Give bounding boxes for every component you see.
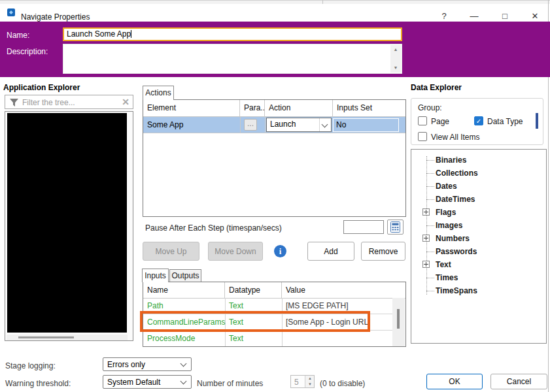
spinner-buttons[interactable]: ▲ ▼ [305, 376, 314, 387]
input-value: [MS EDGE PATH] [286, 301, 349, 310]
tree-item-binaries[interactable]: Binaries [411, 154, 542, 167]
tab-outputs[interactable]: Outputs [169, 269, 201, 282]
element-cell: Some App [147, 120, 183, 129]
col-datatype: Datatype [225, 282, 282, 298]
filter-placeholder: Filter the tree... [22, 98, 75, 107]
checkbox-page-label: Page [431, 117, 449, 126]
actions-table[interactable]: Element Para... Action Inputs Set Some A… [143, 99, 406, 217]
inputs-set-cell: No [333, 118, 399, 132]
params-ellipsis-button[interactable]: ... [244, 119, 257, 131]
filter-clear-icon[interactable]: ✕ [122, 97, 129, 107]
info-icon[interactable]: i [274, 245, 286, 257]
remove-button[interactable]: Remove [361, 242, 405, 261]
tab-actions[interactable]: Actions [143, 86, 174, 100]
application-tree-panel[interactable] [5, 111, 133, 341]
warning-threshold-label: Warning threshold: [5, 379, 71, 388]
data-explorer-title: Data Explorer [411, 83, 462, 92]
inputs-scrollbar-thumb[interactable] [397, 309, 400, 329]
pause-input[interactable] [343, 220, 384, 234]
description-scrollbar[interactable]: ▲ ▼ [390, 45, 401, 73]
cell-divider [240, 117, 241, 133]
chevron-down-icon [180, 361, 187, 367]
col-action: Action [265, 100, 333, 116]
spin-down-icon[interactable]: ▼ [305, 382, 315, 387]
tree-item-dates[interactable]: Dates [411, 180, 542, 193]
navigate-properties-dialog: Navigate Properties ? — □ ✕ Name: Launch… [0, 0, 550, 392]
tree-hscrollbar-thumb[interactable] [18, 336, 74, 338]
expand-plus-icon[interactable] [422, 208, 430, 216]
tree-item-times[interactable]: Times [411, 271, 542, 284]
cancel-button[interactable]: Cancel [490, 374, 547, 389]
minutes-value: 5 [294, 378, 299, 387]
disable-hint: (0 to disable) [320, 379, 365, 388]
checkbox-view-all-label: View All Items [431, 133, 479, 142]
dropdown-chevron-box[interactable] [319, 118, 331, 131]
input-name: ProcessMode [147, 334, 195, 343]
text-caret [131, 30, 131, 38]
scroll-down-icon[interactable]: ▼ [390, 63, 401, 73]
inputs-table-scrollbar[interactable] [392, 298, 405, 346]
tab-inputs[interactable]: Inputs [142, 269, 169, 282]
input-name: Path [147, 301, 163, 310]
action-row-some-app[interactable]: Some App ... Launch No [143, 117, 405, 133]
tree-hscrollbar[interactable] [7, 335, 128, 340]
add-button[interactable]: Add [307, 242, 354, 261]
name-label: Name: [7, 31, 29, 40]
app-icon [7, 8, 16, 19]
col-name: Name [143, 282, 225, 298]
expand-plus-icon[interactable] [422, 235, 430, 242]
col-value: Value [282, 282, 393, 298]
stage-logging-label: Stage logging: [5, 361, 56, 370]
cell-divider [265, 117, 266, 133]
ok-button[interactable]: OK [426, 374, 483, 389]
chevron-down-icon [180, 378, 187, 385]
group-box: Group: Page ✓ Data Type View All Items [411, 98, 543, 145]
tree-item-timespans[interactable]: TimeSpans [411, 284, 542, 297]
minutes-spinner[interactable]: 5 ▲ ▼ [290, 375, 315, 388]
action-dropdown-value: Launch [270, 120, 296, 129]
group-label: Group: [418, 103, 442, 112]
calculator-icon [390, 225, 400, 235]
col-element: Element [143, 100, 240, 116]
description-label: Description: [7, 47, 48, 56]
name-value: Launch Some App [67, 29, 131, 39]
calculator-button[interactable] [387, 220, 404, 235]
window-title: Navigate Properties [21, 12, 90, 22]
filter-funnel-icon [9, 98, 19, 109]
stage-logging-dropdown[interactable]: Errors only [103, 357, 192, 371]
stage-logging-value: Errors only [107, 360, 145, 369]
tree-item-passwords[interactable]: Passwords [411, 245, 542, 258]
expand-plus-icon[interactable] [422, 261, 430, 268]
tree-item-collections[interactable]: Collections [411, 167, 542, 180]
group-scrollbar-thumb[interactable] [536, 113, 538, 129]
col-params: Para... [240, 100, 265, 116]
col-inputs-set: Inputs Set [333, 100, 405, 116]
tree-item-numbers[interactable]: Numbers [411, 232, 542, 245]
pause-label: Pause After Each Step (timespan/secs) [145, 223, 282, 233]
warning-threshold-dropdown[interactable]: System Default [103, 375, 192, 389]
spin-up-icon[interactable]: ▲ [305, 376, 315, 382]
tree-item-images[interactable]: Images [411, 219, 542, 232]
data-explorer-tree[interactable]: Binaries Collections Dates DateTimes Fla… [411, 149, 547, 344]
move-up-button[interactable]: Move Up [143, 242, 199, 261]
description-input[interactable]: ▲ ▼ [63, 44, 402, 74]
move-down-button[interactable]: Move Down [208, 242, 263, 261]
checkbox-view-all-items[interactable] [418, 132, 427, 141]
application-explorer-title: Application Explorer [3, 83, 80, 92]
input-datatype: Text [229, 301, 243, 310]
action-dropdown[interactable]: Launch [266, 118, 332, 132]
input-row-processmode[interactable]: ProcessMode Text [143, 331, 392, 346]
tree-item-flags[interactable]: Flags [411, 206, 542, 219]
filter-tree-input[interactable]: Filter the tree... ✕ [5, 95, 133, 109]
checkbox-data-type[interactable]: ✓ [474, 116, 483, 125]
annotation-highlight-box [140, 311, 370, 332]
input-datatype: Text [229, 334, 243, 343]
scroll-up-icon[interactable]: ▲ [390, 45, 401, 54]
tree-item-text[interactable]: Text [411, 258, 542, 271]
tree-item-datetimes[interactable]: DateTimes [411, 193, 542, 206]
checkbox-page[interactable] [418, 116, 427, 125]
name-input[interactable]: Launch Some App [63, 27, 402, 41]
minutes-label: Number of minutes [197, 379, 263, 388]
warning-threshold-value: System Default [107, 378, 160, 387]
chevron-down-icon [322, 122, 328, 128]
